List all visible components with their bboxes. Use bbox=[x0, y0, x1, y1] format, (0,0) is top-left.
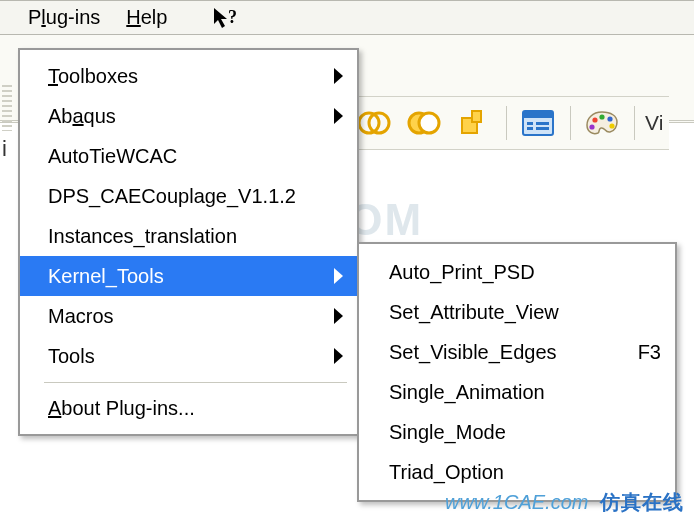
options-panel-button[interactable] bbox=[515, 101, 561, 145]
submenu-arrow-icon bbox=[334, 68, 343, 84]
svg-point-13 bbox=[592, 117, 597, 122]
submenu-item-set-attribute-view[interactable]: Set_Attribute_View bbox=[359, 292, 675, 332]
submenu-item-auto-print-psd[interactable]: Auto_Print_PSD bbox=[359, 252, 675, 292]
text: AutoTieWCAC bbox=[48, 145, 343, 168]
submenu-item-single-mode[interactable]: Single_Mode bbox=[359, 412, 675, 452]
text: elp bbox=[141, 6, 168, 28]
accelerator: F3 bbox=[638, 341, 661, 364]
svg-text:?: ? bbox=[228, 7, 237, 27]
menu-plugins[interactable]: Plug-ins bbox=[18, 2, 110, 33]
svg-point-15 bbox=[607, 116, 612, 121]
submenu-arrow-icon bbox=[334, 268, 343, 284]
plugins-dropdown: Toolboxes Abaqus AutoTieWCAC DPS_CAECoup… bbox=[18, 48, 359, 436]
text: Single_Animation bbox=[389, 381, 661, 404]
menu-help[interactable]: Help bbox=[116, 2, 177, 33]
menu-item-toolboxes[interactable]: Toolboxes bbox=[20, 56, 357, 96]
watermark-footer: www.1CAE.com 仿真在线 bbox=[445, 489, 684, 516]
svg-rect-8 bbox=[523, 111, 553, 118]
kernel-tools-submenu: Auto_Print_PSD Set_Attribute_View Set_Vi… bbox=[357, 242, 677, 502]
text: P bbox=[28, 6, 41, 28]
svg-point-14 bbox=[599, 114, 604, 119]
part-button[interactable] bbox=[451, 101, 497, 145]
svg-rect-12 bbox=[536, 127, 549, 130]
toolbar-group: Vi bbox=[345, 96, 669, 150]
text: Macros bbox=[48, 305, 334, 328]
text: Instances_translation bbox=[48, 225, 343, 248]
watermark-cn: 仿真在线 bbox=[600, 491, 684, 513]
menubar: Plug-ins Help ? bbox=[0, 0, 694, 35]
svg-rect-11 bbox=[536, 122, 549, 125]
watermark-url: www.1CAE.com bbox=[445, 491, 588, 513]
text: qus bbox=[84, 105, 116, 127]
mnemonic: T bbox=[48, 65, 58, 87]
menu-item-instances-translation[interactable]: Instances_translation bbox=[20, 216, 357, 256]
mnemonic: A bbox=[48, 397, 61, 419]
text: Set_Visible_Edges bbox=[389, 341, 630, 364]
boolean-cut-button[interactable] bbox=[401, 101, 447, 145]
toolbar-separator bbox=[629, 101, 639, 145]
svg-point-4 bbox=[419, 113, 439, 133]
menu-item-autotiewcac[interactable]: AutoTieWCAC bbox=[20, 136, 357, 176]
menu-item-kernel-tools[interactable]: Kernel_Tools bbox=[20, 256, 357, 296]
toolbar-grip[interactable] bbox=[2, 85, 12, 131]
toolbar-separator bbox=[501, 101, 511, 145]
mnemonic: a bbox=[72, 105, 83, 127]
text: Single_Mode bbox=[389, 421, 661, 444]
menu-item-abaqus[interactable]: Abaqus bbox=[20, 96, 357, 136]
text: DPS_CAECouplage_V1.1.2 bbox=[48, 185, 343, 208]
text: Auto_Print_PSD bbox=[389, 261, 661, 284]
toolbar-separator bbox=[565, 101, 575, 145]
svg-point-17 bbox=[589, 124, 594, 129]
menu-item-tools[interactable]: Tools bbox=[20, 336, 357, 376]
text: bout Plug-ins... bbox=[61, 397, 194, 419]
context-help-button[interactable]: ? bbox=[201, 2, 249, 34]
text: Triad_Option bbox=[389, 461, 661, 484]
color-palette-button[interactable] bbox=[579, 101, 625, 145]
text: Set_Attribute_View bbox=[389, 301, 661, 324]
svg-rect-6 bbox=[472, 111, 481, 122]
submenu-arrow-icon bbox=[334, 108, 343, 124]
submenu-item-set-visible-edges[interactable]: Set_Visible_Edges F3 bbox=[359, 332, 675, 372]
svg-rect-9 bbox=[527, 122, 533, 125]
text: ug-ins bbox=[46, 6, 100, 28]
text: Ab bbox=[48, 105, 72, 127]
left-edge-text-fragment: i bbox=[2, 136, 7, 162]
text: Kernel_Tools bbox=[48, 265, 334, 288]
toolbar-label-fragment: Vi bbox=[645, 111, 663, 135]
menu-item-macros[interactable]: Macros bbox=[20, 296, 357, 336]
menu-item-about-plugins[interactable]: About Plug-ins... bbox=[20, 388, 357, 428]
text: Tools bbox=[48, 345, 334, 368]
mnemonic: H bbox=[126, 6, 140, 28]
svg-point-16 bbox=[609, 123, 614, 128]
submenu-item-single-animation[interactable]: Single_Animation bbox=[359, 372, 675, 412]
menu-item-dps-caecouplage[interactable]: DPS_CAECouplage_V1.1.2 bbox=[20, 176, 357, 216]
submenu-arrow-icon bbox=[334, 348, 343, 364]
submenu-arrow-icon bbox=[334, 308, 343, 324]
menu-separator bbox=[44, 382, 347, 383]
svg-rect-10 bbox=[527, 127, 533, 130]
text: oolboxes bbox=[58, 65, 138, 87]
submenu-item-triad-option[interactable]: Triad_Option bbox=[359, 452, 675, 492]
